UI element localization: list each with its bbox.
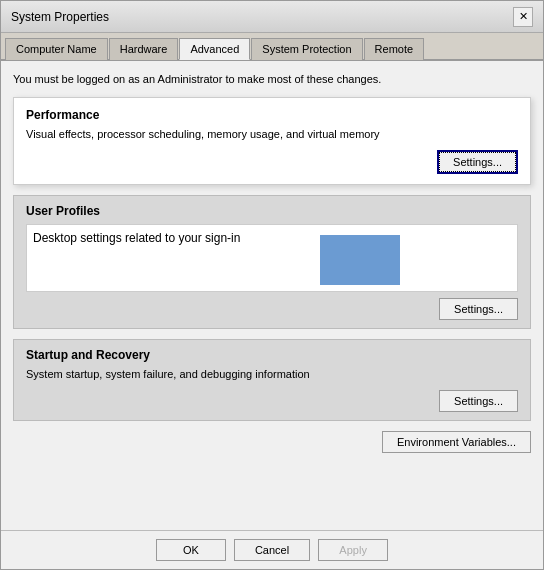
dialog-footer: OK Cancel Apply [1,530,543,569]
apply-button[interactable]: Apply [318,539,388,561]
performance-section: Performance Visual effects, processor sc… [13,97,531,185]
performance-title: Performance [26,108,518,122]
title-bar: System Properties ✕ [1,1,543,33]
user-profiles-inner: Desktop settings related to your sign-in [26,224,518,292]
main-content: You must be logged on as an Administrato… [1,61,543,530]
startup-recovery-settings-button[interactable]: Settings... [439,390,518,412]
startup-recovery-title: Startup and Recovery [26,348,518,362]
tab-computer-name[interactable]: Computer Name [5,38,108,60]
env-variables-row: Environment Variables... [13,431,531,453]
user-profiles-settings-button[interactable]: Settings... [439,298,518,320]
startup-recovery-description: System startup, system failure, and debu… [26,368,518,380]
tab-system-protection[interactable]: System Protection [251,38,362,60]
user-profiles-description: Desktop settings related to your sign-in [33,231,240,245]
close-button[interactable]: ✕ [513,7,533,27]
cancel-button[interactable]: Cancel [234,539,310,561]
admin-notice: You must be logged on as an Administrato… [13,71,531,87]
tab-advanced[interactable]: Advanced [179,38,250,60]
startup-recovery-section: Startup and Recovery System startup, sys… [13,339,531,421]
system-properties-window: System Properties ✕ Computer Name Hardwa… [0,0,544,570]
ok-button[interactable]: OK [156,539,226,561]
user-profile-avatar-placeholder [320,235,400,285]
window-title: System Properties [11,10,109,24]
close-icon: ✕ [519,10,528,23]
tab-remote[interactable]: Remote [364,38,425,60]
performance-description: Visual effects, processor scheduling, me… [26,128,518,140]
performance-settings-button[interactable]: Settings... [437,150,518,174]
user-profiles-title: User Profiles [26,204,518,218]
tab-hardware[interactable]: Hardware [109,38,179,60]
environment-variables-button[interactable]: Environment Variables... [382,431,531,453]
user-profiles-section: User Profiles Desktop settings related t… [13,195,531,329]
tab-bar: Computer Name Hardware Advanced System P… [1,33,543,61]
